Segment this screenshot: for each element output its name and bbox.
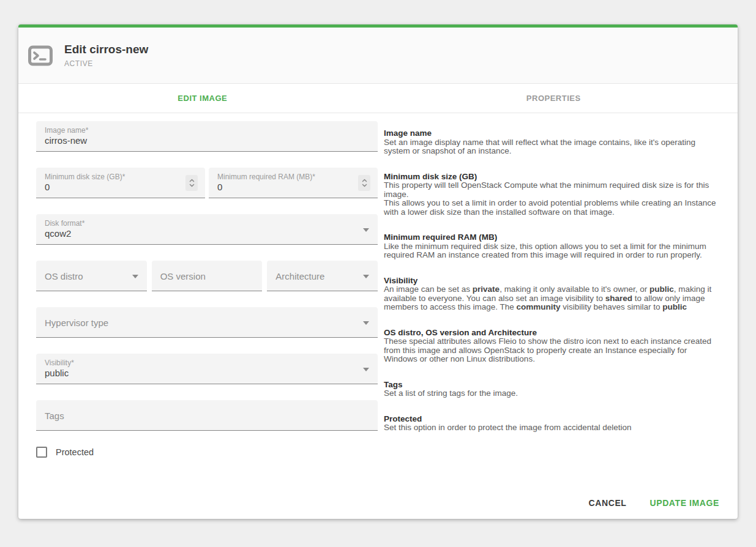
os-version-label: OS version [160, 270, 206, 281]
help-section-title: Tags [384, 381, 719, 390]
dialog-actions: CANCEL UPDATE IMAGE [584, 492, 724, 514]
edit-image-dialog: Edit cirros-new ACTIVE EDIT IMAGE PROPER… [18, 24, 738, 519]
help-section-title: Image name [384, 129, 719, 138]
help-section-paragraph: This allows you to set a limit in order … [384, 199, 719, 217]
help-section-title: OS distro, OS version and Architecture [384, 329, 719, 338]
form-column: Image name* cirros-new Minimum disk size… [36, 121, 378, 458]
help-section: Image nameSet an image display name that… [384, 129, 719, 156]
tags-input[interactable]: Tags [36, 400, 378, 431]
help-section: TagsSet a list of string tags for the im… [384, 381, 719, 398]
stepper-arrows-icon [361, 178, 368, 188]
dialog-header: Edit cirros-new ACTIVE [18, 28, 738, 84]
chevron-down-icon [363, 228, 369, 232]
tab-edit-image[interactable]: EDIT IMAGE [27, 84, 378, 113]
update-image-button[interactable]: UPDATE IMAGE [645, 492, 725, 514]
help-section-title: Minimum disk size (GB) [384, 173, 719, 182]
chevron-down-icon [363, 275, 369, 278]
help-section-paragraph: Set a list of string tags for the image. [384, 389, 719, 398]
hypervisor-type-select[interactable]: Hypervisor type [36, 307, 378, 338]
min-ram-value: 0 [217, 182, 222, 192]
visibility-value: public [45, 368, 69, 378]
help-section-paragraph: Set this option in order to protect the … [384, 423, 719, 433]
chevron-down-icon [363, 321, 369, 325]
help-section-title: Minimum required RAM (MB) [384, 233, 719, 242]
status-badge: ACTIVE [64, 59, 148, 68]
disk-format-select[interactable]: Disk format* qcow2 [36, 214, 378, 245]
cancel-button[interactable]: CANCEL [584, 492, 632, 514]
page-title: Edit cirros-new [64, 43, 148, 56]
os-version-input[interactable]: OS version [152, 261, 263, 291]
os-distro-label: OS distro [45, 270, 83, 281]
min-ram-label: Minimum required RAM (MB)* [217, 173, 315, 181]
protected-label: Protected [56, 447, 94, 457]
tab-properties[interactable]: PROPERTIES [378, 84, 730, 113]
min-disk-value: 0 [45, 182, 50, 192]
chevron-down-icon [363, 368, 369, 371]
min-disk-label: Minimum disk size (GB)* [45, 173, 125, 181]
dialog-content: Image name* cirros-new Minimum disk size… [18, 113, 738, 458]
help-section: ProtectedSet this option in order to pro… [384, 415, 719, 433]
stepper-arrows-icon [189, 178, 195, 188]
help-section-paragraph: This property will tell OpenStack Comput… [384, 181, 719, 199]
help-section-title: Protected [384, 415, 719, 424]
image-name-label: Image name* [45, 126, 88, 135]
min-disk-stepper[interactable] [185, 175, 198, 191]
image-name-value: cirros-new [45, 135, 87, 146]
min-ram-field[interactable]: Minimum required RAM (MB)* 0 [209, 168, 378, 198]
visibility-select[interactable]: Visibility* public [36, 354, 378, 384]
help-section-paragraph: Set an image display name that will refl… [384, 138, 719, 156]
help-section-paragraph: These special attributes allows Fleio to… [384, 337, 719, 364]
architecture-select[interactable]: Architecture [267, 261, 378, 291]
help-section: Minimum disk size (GB)This property will… [384, 173, 719, 217]
help-section: Minimum required RAM (MB)Like the minimu… [384, 233, 719, 260]
help-section-paragraph: An image can be set as private, making i… [384, 285, 719, 312]
os-distro-select[interactable]: OS distro [36, 261, 147, 291]
disk-format-value: qcow2 [45, 228, 71, 239]
help-section: OS distro, OS version and ArchitectureTh… [384, 329, 719, 364]
terminal-icon [28, 43, 53, 69]
help-section-title: Visibility [384, 277, 719, 286]
hypervisor-type-label: Hypervisor type [45, 317, 108, 327]
min-disk-field[interactable]: Minimum disk size (GB)* 0 [36, 168, 205, 198]
min-ram-stepper[interactable] [358, 175, 370, 191]
help-section-paragraph: Like the minimum required disk size, thi… [384, 242, 719, 260]
protected-checkbox[interactable] [36, 447, 47, 458]
disk-format-label: Disk format* [45, 219, 84, 228]
image-name-field[interactable]: Image name* cirros-new [36, 121, 378, 152]
architecture-label: Architecture [275, 270, 324, 281]
visibility-label: Visibility* [45, 359, 74, 367]
tab-bar: EDIT IMAGE PROPERTIES [18, 84, 738, 113]
help-column: Image nameSet an image display name that… [384, 121, 719, 458]
help-section: VisibilityAn image can be set as private… [384, 277, 719, 312]
tags-placeholder: Tags [45, 410, 64, 420]
chevron-down-icon [132, 275, 138, 278]
protected-row: Protected [36, 447, 378, 458]
